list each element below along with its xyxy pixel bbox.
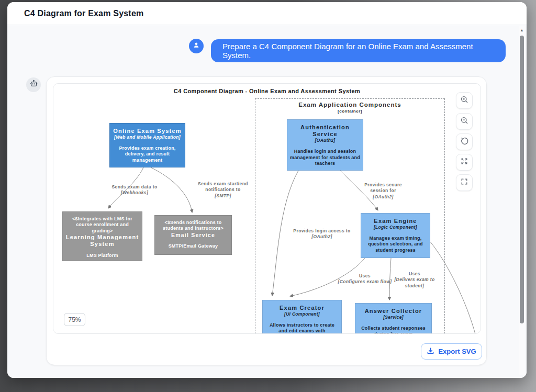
node-tech: [Web and Mobile Application]: [114, 135, 181, 140]
boundary-tag: [container]: [255, 109, 445, 114]
node-title: Learning Management System: [65, 234, 140, 248]
node-title: Exam Creator: [280, 305, 325, 311]
node-note: <$Sends notifications to students and in…: [157, 220, 229, 232]
edge-label-sends-notifications: Sends exam start/end notifications to [S…: [194, 181, 252, 199]
zoom-out-icon: [460, 116, 469, 127]
assistant-avatar: [26, 77, 41, 92]
export-svg-button[interactable]: Export SVG: [421, 343, 482, 360]
edge-label-sends-exam-data: Sends exam data to [Webhooks]: [106, 184, 163, 196]
robot-icon: [29, 80, 38, 91]
node-title: Online Exam System: [113, 128, 181, 135]
edge-label-uses-configures: Uses [Configures exam flow]: [336, 273, 394, 285]
edge-label-uses-delivers: Uses [Delivers exam to student]: [393, 271, 437, 289]
node-online-exam-system[interactable]: Online Exam System [Web and Mobile Appli…: [109, 123, 185, 167]
scrollbar-thumb[interactable]: [520, 36, 524, 323]
node-exam-creator[interactable]: Exam Creator [UI Component] Allows instr…: [262, 300, 342, 334]
reset-view-icon: [460, 137, 469, 148]
expand-icon: [460, 157, 468, 167]
node-note: <$Integrates with LMS for course enrollm…: [65, 216, 140, 234]
expand-button[interactable]: [456, 154, 473, 171]
vertical-scrollbar[interactable]: ▲: [519, 26, 525, 375]
user-icon: [192, 41, 200, 51]
node-desc: SMTP/Email Gateway: [169, 243, 218, 249]
zoom-out-button[interactable]: [456, 113, 473, 130]
zoom-in-icon: [460, 95, 469, 106]
node-tech: [UI Component]: [284, 311, 320, 317]
diagram-canvas[interactable]: C4 Component Diagram - Online Exam and A…: [53, 83, 481, 334]
node-desc: Allows instructors to create and edit ex…: [265, 322, 339, 334]
node-desc: Manages exam timing, question selection,…: [363, 236, 428, 253]
node-desc: Collects student responses during live e…: [358, 326, 429, 334]
export-svg-label: Export SVG: [438, 348, 476, 355]
diagram-title: C4 Component Diagram - Online Exam and A…: [53, 88, 481, 94]
node-title: Email Service: [171, 232, 215, 239]
fit-view-button[interactable]: [456, 174, 473, 191]
fit-view-icon: [460, 177, 468, 188]
node-tech: [Logic Component]: [374, 225, 417, 230]
node-exam-engine[interactable]: Exam Engine [Logic Component] Manages ex…: [361, 213, 430, 258]
app-window: C4 Diagram for Exam System Prepare a C4 …: [7, 2, 527, 378]
diagram-card: C4 Component Diagram - Online Exam and A…: [46, 76, 487, 365]
user-avatar: [189, 39, 204, 53]
chat-content: Prepare a C4 Component Diagram for an On…: [7, 25, 527, 378]
node-answer-collector[interactable]: Answer Collector [Service] Collects stud…: [355, 303, 432, 334]
node-email-service[interactable]: <$Sends notifications to students and in…: [154, 215, 232, 255]
boundary-name: Exam Application Components: [255, 102, 445, 108]
node-tech: [Service]: [383, 315, 404, 320]
zoom-in-button[interactable]: [456, 92, 473, 109]
node-title: Exam Engine: [374, 218, 417, 225]
edge-label-secure-session: Provides secure session for [OAuth2]: [357, 182, 409, 200]
user-message-text: Prepare a C4 Component Diagram for an On…: [222, 42, 494, 60]
user-message-bubble: Prepare a C4 Component Diagram for an On…: [211, 39, 506, 62]
node-title: Answer Collector: [365, 308, 422, 315]
node-tech: [OAuth2]: [315, 138, 336, 143]
node-learning-management-system[interactable]: <$Integrates with LMS for course enrollm…: [62, 211, 142, 261]
edge-label-login-access: Provides login access to [OAuth2]: [293, 228, 351, 240]
page-title: C4 Diagram for Exam System: [24, 9, 143, 18]
reset-view-button[interactable]: [456, 133, 473, 150]
node-desc: LMS Platform: [86, 253, 118, 259]
node-desc: Handles login and session management for…: [289, 149, 361, 166]
scroll-up-arrow-icon[interactable]: ▲: [519, 28, 525, 32]
node-authentication-service[interactable]: Authentication Service [OAuth2] Handles …: [287, 119, 363, 171]
node-desc: Provides exam creation, delivery, and re…: [112, 145, 183, 163]
download-icon: [427, 347, 434, 356]
zoom-level-badge[interactable]: 75%: [64, 313, 85, 326]
titlebar: C4 Diagram for Exam System: [7, 2, 527, 25]
node-title: Authentication Service: [296, 124, 354, 138]
